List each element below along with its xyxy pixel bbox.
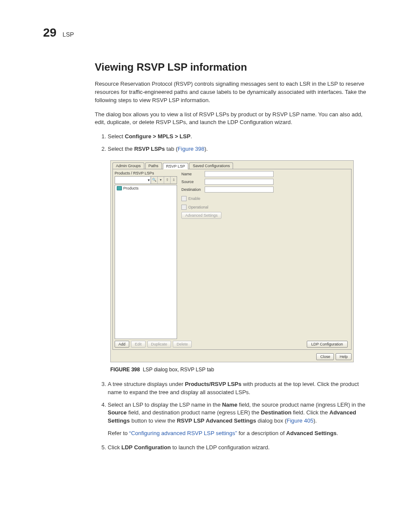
chevron-down-icon[interactable]: ▾ bbox=[157, 177, 164, 184]
figure-405-link[interactable]: Figure 405 bbox=[286, 417, 313, 424]
tab-strip: Admin Groups Paths RSVP LSP Saved Config… bbox=[111, 161, 353, 169]
destination-label: Destination bbox=[181, 187, 202, 192]
intro-paragraph-1: Resource Reservation Protocol (RSVP) con… bbox=[95, 80, 371, 105]
destination-input[interactable] bbox=[205, 187, 274, 193]
enable-label: Enable bbox=[188, 196, 200, 201]
products-tree[interactable]: Products bbox=[115, 185, 177, 339]
help-button[interactable]: Help bbox=[336, 353, 352, 360]
enable-checkbox[interactable] bbox=[181, 196, 187, 201]
operational-checkbox[interactable] bbox=[181, 205, 187, 210]
folder-icon bbox=[117, 186, 122, 190]
step-1: Select Configure > MPLS > LSP. bbox=[108, 133, 371, 141]
add-button[interactable]: Add bbox=[115, 341, 129, 348]
arrow-up-icon[interactable]: ⇧ bbox=[164, 177, 170, 184]
find-icon[interactable]: 🔍 bbox=[151, 177, 157, 184]
operational-label: Operational bbox=[188, 205, 209, 209]
source-label: Source bbox=[181, 180, 202, 184]
edit-button[interactable]: Edit bbox=[131, 341, 146, 348]
intro-paragraph-2: The dialog box allows you to view a list… bbox=[95, 111, 371, 127]
figure-398: Admin Groups Paths RSVP LSP Saved Config… bbox=[110, 160, 354, 362]
figure-caption: FIGURE 398 LSP dialog box, RSVP LSP tab bbox=[110, 367, 371, 373]
figure-398-link[interactable]: Figure 398 bbox=[177, 146, 204, 152]
step-2: Select the RSVP LSPs tab (Figure 398). bbox=[108, 145, 371, 153]
tree-root-item[interactable]: Products bbox=[117, 186, 175, 190]
chapter-title: LSP bbox=[62, 31, 74, 38]
chapter-number: 29 bbox=[43, 26, 56, 40]
duplicate-button[interactable]: Duplicate bbox=[147, 341, 171, 348]
sidebar-title: Products / RSVP LSPs bbox=[115, 171, 177, 175]
name-input[interactable] bbox=[205, 171, 274, 177]
configuring-advanced-link[interactable]: “Configuring advanced RSVP LSP settings” bbox=[129, 430, 237, 436]
tab-rsvp-lsp[interactable]: RSVP LSP bbox=[163, 163, 189, 169]
page-header: 29 LSP bbox=[43, 26, 372, 40]
name-label: Name bbox=[181, 172, 202, 176]
step-4: Select an LSP to display the LSP name in… bbox=[108, 401, 371, 438]
arrow-down-icon[interactable]: ⇩ bbox=[170, 177, 177, 184]
source-input[interactable] bbox=[205, 179, 274, 185]
tab-paths[interactable]: Paths bbox=[145, 162, 162, 169]
ldp-configuration-button[interactable]: LDP Configuration bbox=[307, 341, 348, 348]
section-heading: Viewing RSVP LSP information bbox=[95, 61, 371, 73]
sidebar-toolbar: ▾ 🔍 ▾ ⇧ ⇩ bbox=[115, 176, 177, 184]
chevron-down-icon: ▾ bbox=[148, 178, 150, 182]
step-5: Click LDP Configuration to launch the LD… bbox=[108, 444, 371, 452]
step-3: A tree structure displays under Products… bbox=[108, 380, 371, 397]
tab-admin-groups[interactable]: Admin Groups bbox=[112, 162, 144, 169]
tab-saved-configurations[interactable]: Saved Configurations bbox=[189, 162, 233, 169]
close-button[interactable]: Close bbox=[316, 353, 334, 360]
filter-combo[interactable]: ▾ bbox=[115, 177, 151, 184]
